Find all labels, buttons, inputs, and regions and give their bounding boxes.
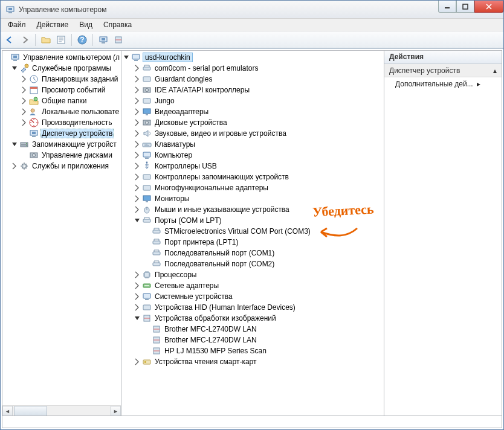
device-brother-1[interactable]: Brother MFC-L2740DW LAN [121, 324, 384, 335]
expander-icon[interactable] [132, 183, 142, 193]
actions-pane-header: Действия [384, 51, 502, 64]
tree-task-scheduler[interactable]: Планировщик заданий [2, 74, 121, 85]
expander-icon[interactable] [10, 140, 19, 149]
expander-icon[interactable] [132, 292, 142, 301]
tree-label: Системные устройства [153, 292, 234, 301]
device-lpt1[interactable]: Порт принтера (LPT1) [121, 237, 384, 248]
cat-imaging[interactable]: Устройства обработки изображений [121, 313, 384, 324]
expander-icon[interactable] [132, 129, 142, 138]
expander-icon[interactable] [132, 205, 142, 214]
expander-icon[interactable] [132, 161, 142, 171]
cat-jungo[interactable]: Jungo [121, 95, 384, 106]
show-hide-tree-button[interactable] [54, 33, 68, 47]
expander-icon[interactable] [121, 53, 131, 62]
expander-icon[interactable] [132, 313, 142, 323]
cat-video[interactable]: Видеоадаптеры [121, 106, 384, 117]
expander-icon[interactable] [132, 281, 142, 290]
actions-section-header[interactable]: Диспетчер устройств ▴ [384, 64, 502, 77]
device-manager-icon [29, 129, 39, 138]
tree-system-tools[interactable]: Служебные программы [2, 63, 121, 74]
tree-disk-management[interactable]: ▷Управление дисками [2, 150, 121, 161]
cat-disk[interactable]: Дисковые устройства [121, 117, 384, 128]
scan-hardware-button[interactable] [97, 33, 110, 47]
cat-guardant[interactable]: Guardant dongles [121, 74, 384, 85]
cat-monitors[interactable]: Мониторы [121, 193, 384, 204]
expander-icon[interactable] [132, 194, 142, 204]
port-icon [152, 259, 161, 269]
scroll-thumb[interactable] [14, 406, 47, 416]
scroll-left-arrow-icon[interactable]: ◄ [2, 406, 13, 416]
expander-icon[interactable] [19, 118, 29, 127]
tree-storage[interactable]: Запоминающие устройст [2, 139, 121, 150]
device-brother-2[interactable]: Brother MFC-L2740DW LAN [121, 335, 384, 345]
tree-device-manager[interactable]: ▷Диспетчер устройств [2, 128, 121, 139]
cat-ports[interactable]: Порты (COM и LPT) [121, 215, 384, 226]
cat-mice[interactable]: Мыши и иные указывающие устройства [121, 204, 384, 215]
device-tree[interactable]: usd-kurochkin com0com - serial port emul… [121, 51, 384, 368]
menu-action[interactable]: Действие [32, 19, 74, 30]
cat-ide[interactable]: IDE ATA/ATAPI контроллеры [121, 85, 384, 95]
cat-multifunc[interactable]: Многофункциональные адаптеры [121, 182, 384, 193]
expander-icon[interactable] [132, 118, 142, 127]
expander-icon[interactable] [19, 96, 29, 106]
tree-root-computer-management[interactable]: ▷Управление компьютером (л [2, 52, 121, 63]
refresh-button[interactable] [112, 33, 125, 47]
help-button[interactable] [76, 33, 89, 47]
expander-icon[interactable] [132, 172, 142, 182]
expander-icon[interactable] [132, 303, 142, 312]
cat-hid[interactable]: Устройства HID (Human Interface Devices) [121, 302, 384, 313]
cat-computer[interactable]: Компьютер [121, 150, 384, 161]
cat-system[interactable]: Системные устройства [121, 291, 384, 302]
expander-icon[interactable] [132, 96, 142, 106]
minimize-button[interactable] [438, 1, 456, 13]
tree-label: Последовательный порт (COM2) [163, 260, 276, 268]
expander-icon[interactable] [10, 161, 19, 171]
scroll-right-arrow-icon[interactable]: ► [111, 406, 121, 416]
expander-icon[interactable] [132, 140, 142, 149]
menu-view[interactable]: Вид [74, 19, 97, 30]
cat-storage-ctrl[interactable]: Контроллеры запоминающих устройств [121, 172, 384, 182]
device-stm-com3[interactable]: STMicroelectronics Virtual COM Port (COM… [121, 226, 384, 237]
cat-keyboards[interactable]: Клавиатуры [121, 139, 384, 150]
tree-performance[interactable]: Производительность [2, 117, 121, 128]
console-tree[interactable]: ▷Управление компьютером (л Служебные про… [2, 51, 121, 173]
ide-icon [142, 85, 152, 95]
nav-back-button[interactable] [3, 33, 16, 47]
expander-icon[interactable] [19, 107, 29, 117]
cat-network[interactable]: Сетевые адаптеры [121, 280, 384, 291]
expander-icon[interactable] [19, 85, 29, 95]
menu-file[interactable]: Файл [3, 19, 31, 30]
maximize-button[interactable] [456, 1, 474, 13]
expander-icon[interactable] [19, 74, 29, 84]
cat-smartcard[interactable]: Устройства чтения смарт-карт [121, 356, 384, 367]
expander-icon[interactable] [132, 150, 142, 160]
tree-services-apps[interactable]: Службы и приложения [2, 161, 121, 172]
tree-local-users[interactable]: Локальные пользовате [2, 106, 121, 117]
expander-icon[interactable] [132, 74, 142, 84]
device-com2[interactable]: Последовательный порт (COM2) [121, 258, 384, 269]
expander-icon[interactable] [132, 270, 142, 280]
menu-help[interactable]: Справка [99, 19, 137, 30]
device-com1[interactable]: Последовательный порт (COM1) [121, 248, 384, 258]
nav-forward-button[interactable] [18, 33, 31, 47]
tree-shared-folders[interactable]: Общие папки [2, 95, 121, 106]
device-root[interactable]: usd-kurochkin [121, 52, 384, 63]
up-button[interactable] [39, 33, 53, 47]
actions-more-link[interactable]: Дополнительные дей... ▸ [384, 77, 502, 91]
close-button[interactable] [474, 1, 503, 13]
expander-icon[interactable] [10, 63, 19, 73]
expander-icon[interactable] [132, 357, 142, 367]
expander-icon[interactable] [132, 216, 142, 225]
tree-label: Brother MFC-L2740DW LAN [163, 336, 258, 344]
expander-icon[interactable] [132, 63, 142, 73]
cat-sound[interactable]: Звуковые, видео и игровые устройства [121, 128, 384, 139]
horizontal-scrollbar[interactable]: ◄ ► [2, 405, 121, 416]
cat-com0com[interactable]: com0com - serial port emulators [121, 63, 384, 74]
expander-icon[interactable] [132, 85, 142, 95]
device-hp-scanner[interactable]: HP LJ M1530 MFP Series Scan [121, 345, 384, 356]
disk-icon [29, 150, 39, 160]
expander-icon[interactable] [132, 107, 142, 117]
tree-event-viewer[interactable]: Просмотр событий [2, 85, 121, 95]
cat-usb[interactable]: Контроллеры USB [121, 161, 384, 172]
cat-cpu[interactable]: Процессоры [121, 269, 384, 280]
